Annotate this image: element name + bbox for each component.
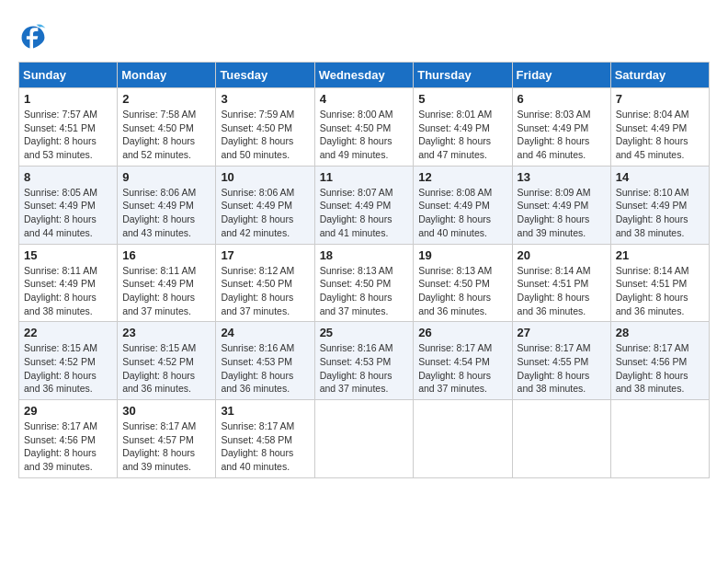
day-detail: Sunrise: 8:17 AMSunset: 4:58 PMDaylight:…: [221, 419, 309, 474]
day-number: 21: [616, 248, 704, 262]
calendar-cell: 4Sunrise: 8:00 AMSunset: 4:50 PMDaylight…: [314, 88, 414, 167]
calendar-header-thursday: Thursday: [414, 63, 512, 88]
day-detail: Sunrise: 8:17 AMSunset: 4:55 PMDaylight:…: [518, 341, 606, 396]
calendar-header-friday: Friday: [512, 63, 610, 88]
day-detail: Sunrise: 8:16 AMSunset: 4:53 PMDaylight:…: [320, 341, 409, 396]
calendar-cell: 17Sunrise: 8:12 AMSunset: 4:50 PMDayligh…: [216, 244, 314, 322]
calendar-cell: 7Sunrise: 8:04 AMSunset: 4:49 PMDaylight…: [610, 88, 709, 167]
calendar-cell: 13Sunrise: 8:09 AMSunset: 4:49 PMDayligh…: [512, 166, 610, 244]
day-detail: Sunrise: 8:17 AMSunset: 4:56 PMDaylight:…: [616, 341, 704, 396]
day-detail: Sunrise: 8:13 AMSunset: 4:50 PMDaylight:…: [320, 264, 409, 318]
calendar-cell: 9Sunrise: 8:06 AMSunset: 4:49 PMDaylight…: [118, 166, 216, 244]
day-number: 18: [320, 248, 409, 262]
calendar-cell: 26Sunrise: 8:17 AMSunset: 4:54 PMDayligh…: [414, 322, 512, 400]
calendar-cell: 24Sunrise: 8:16 AMSunset: 4:53 PMDayligh…: [216, 322, 314, 400]
calendar-cell: 27Sunrise: 8:17 AMSunset: 4:55 PMDayligh…: [512, 322, 610, 400]
day-detail: Sunrise: 8:16 AMSunset: 4:53 PMDaylight:…: [221, 341, 309, 396]
day-detail: Sunrise: 8:04 AMSunset: 4:49 PMDaylight:…: [616, 108, 704, 162]
calendar-cell: 10Sunrise: 8:06 AMSunset: 4:49 PMDayligh…: [216, 166, 314, 244]
calendar-cell: 22Sunrise: 8:15 AMSunset: 4:52 PMDayligh…: [19, 322, 118, 400]
day-number: 23: [122, 326, 210, 339]
day-number: 1: [24, 92, 112, 106]
day-number: 20: [518, 248, 606, 262]
day-number: 5: [418, 92, 506, 106]
day-number: 27: [518, 326, 606, 339]
calendar-header-monday: Monday: [118, 63, 216, 88]
calendar-cell: 20Sunrise: 8:14 AMSunset: 4:51 PMDayligh…: [512, 244, 610, 322]
day-number: 30: [122, 404, 210, 418]
calendar-week-5: 29Sunrise: 8:17 AMSunset: 4:56 PMDayligh…: [19, 400, 710, 478]
day-number: 13: [518, 170, 606, 184]
calendar-cell: [414, 400, 512, 478]
day-detail: Sunrise: 8:17 AMSunset: 4:56 PMDaylight:…: [24, 419, 112, 474]
calendar-week-3: 15Sunrise: 8:11 AMSunset: 4:49 PMDayligh…: [19, 244, 710, 322]
day-number: 12: [418, 170, 506, 184]
day-detail: Sunrise: 8:03 AMSunset: 4:49 PMDaylight:…: [518, 108, 606, 162]
calendar-cell: 31Sunrise: 8:17 AMSunset: 4:58 PMDayligh…: [216, 400, 314, 478]
calendar-header-row: SundayMondayTuesdayWednesdayThursdayFrid…: [19, 63, 710, 88]
day-detail: Sunrise: 8:11 AMSunset: 4:49 PMDaylight:…: [24, 264, 112, 318]
day-number: 24: [221, 326, 309, 339]
calendar-cell: [314, 400, 414, 478]
day-detail: Sunrise: 8:10 AMSunset: 4:49 PMDaylight:…: [616, 186, 704, 240]
day-number: 15: [24, 248, 112, 262]
header: [18, 18, 710, 52]
calendar-cell: 6Sunrise: 8:03 AMSunset: 4:49 PMDaylight…: [512, 88, 610, 167]
calendar-cell: 3Sunrise: 7:59 AMSunset: 4:50 PMDaylight…: [216, 88, 314, 167]
day-number: 7: [616, 92, 704, 106]
logo-icon: [18, 23, 48, 52]
calendar-cell: 28Sunrise: 8:17 AMSunset: 4:56 PMDayligh…: [610, 322, 709, 400]
calendar-header-sunday: Sunday: [19, 63, 118, 88]
day-detail: Sunrise: 8:01 AMSunset: 4:49 PMDaylight:…: [418, 108, 506, 162]
calendar-cell: 16Sunrise: 8:11 AMSunset: 4:49 PMDayligh…: [118, 244, 216, 322]
calendar-cell: 5Sunrise: 8:01 AMSunset: 4:49 PMDaylight…: [414, 88, 512, 167]
day-number: 28: [616, 326, 704, 339]
calendar-body: 1Sunrise: 7:57 AMSunset: 4:51 PMDaylight…: [19, 88, 710, 478]
calendar-week-1: 1Sunrise: 7:57 AMSunset: 4:51 PMDaylight…: [19, 88, 710, 167]
logo: [18, 23, 51, 52]
day-detail: Sunrise: 8:17 AMSunset: 4:57 PMDaylight:…: [122, 419, 210, 474]
day-detail: Sunrise: 8:11 AMSunset: 4:49 PMDaylight:…: [122, 264, 210, 318]
day-detail: Sunrise: 8:00 AMSunset: 4:50 PMDaylight:…: [320, 108, 409, 162]
calendar-cell: 2Sunrise: 7:58 AMSunset: 4:50 PMDaylight…: [118, 88, 216, 167]
day-detail: Sunrise: 8:05 AMSunset: 4:49 PMDaylight:…: [24, 186, 112, 240]
day-number: 11: [320, 170, 409, 184]
day-number: 19: [418, 248, 506, 262]
day-detail: Sunrise: 7:59 AMSunset: 4:50 PMDaylight:…: [221, 108, 309, 162]
calendar-week-2: 8Sunrise: 8:05 AMSunset: 4:49 PMDaylight…: [19, 166, 710, 244]
calendar-cell: 19Sunrise: 8:13 AMSunset: 4:50 PMDayligh…: [414, 244, 512, 322]
calendar-cell: 15Sunrise: 8:11 AMSunset: 4:49 PMDayligh…: [19, 244, 118, 322]
day-number: 3: [221, 92, 309, 106]
calendar-cell: 1Sunrise: 7:57 AMSunset: 4:51 PMDaylight…: [19, 88, 118, 167]
day-detail: Sunrise: 8:09 AMSunset: 4:49 PMDaylight:…: [518, 186, 606, 240]
day-number: 6: [518, 92, 606, 106]
calendar-cell: 14Sunrise: 8:10 AMSunset: 4:49 PMDayligh…: [610, 166, 709, 244]
day-number: 17: [221, 248, 309, 262]
day-detail: Sunrise: 8:07 AMSunset: 4:49 PMDaylight:…: [320, 186, 409, 240]
calendar-cell: 8Sunrise: 8:05 AMSunset: 4:49 PMDaylight…: [19, 166, 118, 244]
day-detail: Sunrise: 7:57 AMSunset: 4:51 PMDaylight:…: [24, 108, 112, 162]
day-number: 2: [122, 92, 210, 106]
day-detail: Sunrise: 8:17 AMSunset: 4:54 PMDaylight:…: [418, 341, 506, 396]
day-detail: Sunrise: 8:12 AMSunset: 4:50 PMDaylight:…: [221, 264, 309, 318]
day-detail: Sunrise: 8:08 AMSunset: 4:49 PMDaylight:…: [418, 186, 506, 240]
calendar-header-wednesday: Wednesday: [314, 63, 414, 88]
day-detail: Sunrise: 8:06 AMSunset: 4:49 PMDaylight:…: [122, 186, 210, 240]
calendar-week-4: 22Sunrise: 8:15 AMSunset: 4:52 PMDayligh…: [19, 322, 710, 400]
day-detail: Sunrise: 7:58 AMSunset: 4:50 PMDaylight:…: [122, 108, 210, 162]
calendar-cell: [512, 400, 610, 478]
day-detail: Sunrise: 8:15 AMSunset: 4:52 PMDaylight:…: [24, 341, 112, 396]
day-number: 22: [24, 326, 112, 339]
day-number: 9: [122, 170, 210, 184]
calendar-cell: 30Sunrise: 8:17 AMSunset: 4:57 PMDayligh…: [118, 400, 216, 478]
day-detail: Sunrise: 8:13 AMSunset: 4:50 PMDaylight:…: [418, 264, 506, 318]
calendar-cell: [610, 400, 709, 478]
calendar-cell: 11Sunrise: 8:07 AMSunset: 4:49 PMDayligh…: [314, 166, 414, 244]
day-number: 4: [320, 92, 409, 106]
day-number: 31: [221, 404, 309, 418]
calendar: SundayMondayTuesdayWednesdayThursdayFrid…: [18, 62, 710, 478]
day-number: 29: [24, 404, 112, 418]
day-detail: Sunrise: 8:15 AMSunset: 4:52 PMDaylight:…: [122, 341, 210, 396]
day-number: 26: [418, 326, 506, 339]
day-detail: Sunrise: 8:06 AMSunset: 4:49 PMDaylight:…: [221, 186, 309, 240]
